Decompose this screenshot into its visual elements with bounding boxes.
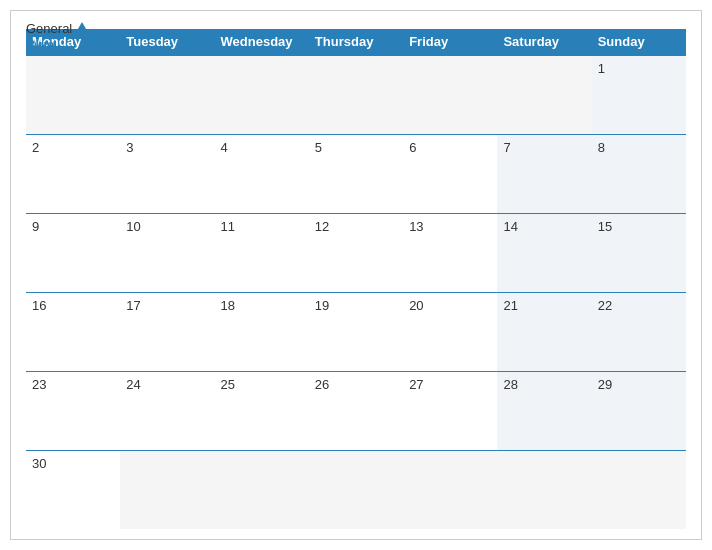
week-row-3: 9101112131415 xyxy=(26,213,686,292)
day-number: 22 xyxy=(598,298,680,313)
day-number: 10 xyxy=(126,219,208,234)
day-number: 20 xyxy=(409,298,491,313)
day-cell: 2 xyxy=(26,135,120,213)
day-number: 7 xyxy=(503,140,585,155)
logo: General Blue xyxy=(26,21,89,52)
day-cell: 11 xyxy=(215,214,309,292)
day-headers-row: Monday Tuesday Wednesday Thursday Friday… xyxy=(26,29,686,54)
logo-blue-text: Blue xyxy=(26,37,54,53)
day-number: 26 xyxy=(315,377,397,392)
day-number: 14 xyxy=(503,219,585,234)
day-cell: 12 xyxy=(309,214,403,292)
day-cell: 17 xyxy=(120,293,214,371)
weeks-container: 1234567891011121314151617181920212223242… xyxy=(26,54,686,529)
header-wednesday: Wednesday xyxy=(215,29,309,54)
day-number: 29 xyxy=(598,377,680,392)
day-number: 23 xyxy=(32,377,114,392)
day-cell: 25 xyxy=(215,372,309,450)
day-number: 8 xyxy=(598,140,680,155)
logo-triangle-icon xyxy=(75,22,89,34)
day-cell xyxy=(120,451,214,529)
day-cell xyxy=(309,56,403,134)
week-row-5: 23242526272829 xyxy=(26,371,686,450)
day-cell: 1 xyxy=(592,56,686,134)
day-cell: 24 xyxy=(120,372,214,450)
header-saturday: Saturday xyxy=(497,29,591,54)
day-cell: 26 xyxy=(309,372,403,450)
day-number: 2 xyxy=(32,140,114,155)
day-cell xyxy=(309,451,403,529)
day-cell: 10 xyxy=(120,214,214,292)
day-number: 28 xyxy=(503,377,585,392)
day-number: 19 xyxy=(315,298,397,313)
day-number: 25 xyxy=(221,377,303,392)
day-number: 5 xyxy=(315,140,397,155)
day-cell: 19 xyxy=(309,293,403,371)
day-number: 12 xyxy=(315,219,397,234)
header-sunday: Sunday xyxy=(592,29,686,54)
day-cell: 15 xyxy=(592,214,686,292)
day-cell: 4 xyxy=(215,135,309,213)
day-cell xyxy=(215,451,309,529)
day-cell xyxy=(403,451,497,529)
day-cell: 18 xyxy=(215,293,309,371)
logo-general-text: General xyxy=(26,21,89,37)
header-thursday: Thursday xyxy=(309,29,403,54)
day-number: 13 xyxy=(409,219,491,234)
day-number: 18 xyxy=(221,298,303,313)
day-number: 21 xyxy=(503,298,585,313)
day-cell: 14 xyxy=(497,214,591,292)
header-friday: Friday xyxy=(403,29,497,54)
day-number: 16 xyxy=(32,298,114,313)
calendar-grid: Monday Tuesday Wednesday Thursday Friday… xyxy=(26,29,686,529)
day-cell: 20 xyxy=(403,293,497,371)
day-cell: 13 xyxy=(403,214,497,292)
day-cell xyxy=(26,56,120,134)
week-row-1: 1 xyxy=(26,54,686,134)
week-row-2: 2345678 xyxy=(26,134,686,213)
day-cell xyxy=(215,56,309,134)
day-number: 15 xyxy=(598,219,680,234)
week-row-4: 16171819202122 xyxy=(26,292,686,371)
day-cell xyxy=(497,451,591,529)
day-cell: 21 xyxy=(497,293,591,371)
header-tuesday: Tuesday xyxy=(120,29,214,54)
day-cell: 29 xyxy=(592,372,686,450)
day-cell: 23 xyxy=(26,372,120,450)
day-number: 6 xyxy=(409,140,491,155)
day-cell xyxy=(120,56,214,134)
day-number: 30 xyxy=(32,456,114,471)
day-cell: 30 xyxy=(26,451,120,529)
day-number: 9 xyxy=(32,219,114,234)
week-row-6: 30 xyxy=(26,450,686,529)
day-number: 24 xyxy=(126,377,208,392)
day-cell: 7 xyxy=(497,135,591,213)
day-cell: 27 xyxy=(403,372,497,450)
day-number: 1 xyxy=(598,61,680,76)
day-cell: 28 xyxy=(497,372,591,450)
day-cell: 9 xyxy=(26,214,120,292)
calendar-container: General Blue Monday Tuesday Wednesday Th… xyxy=(10,10,702,540)
day-cell: 8 xyxy=(592,135,686,213)
day-number: 11 xyxy=(221,219,303,234)
day-cell: 5 xyxy=(309,135,403,213)
day-cell xyxy=(497,56,591,134)
day-cell xyxy=(403,56,497,134)
day-number: 17 xyxy=(126,298,208,313)
day-cell: 22 xyxy=(592,293,686,371)
day-cell: 16 xyxy=(26,293,120,371)
day-number: 4 xyxy=(221,140,303,155)
day-number: 27 xyxy=(409,377,491,392)
day-number: 3 xyxy=(126,140,208,155)
day-cell xyxy=(592,451,686,529)
day-cell: 3 xyxy=(120,135,214,213)
day-cell: 6 xyxy=(403,135,497,213)
